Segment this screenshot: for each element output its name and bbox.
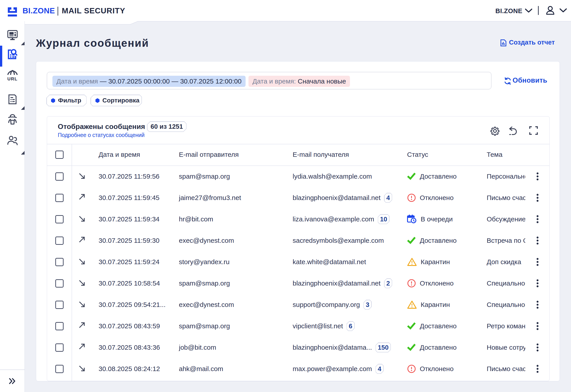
svg-text:URL: URL: [7, 76, 18, 81]
